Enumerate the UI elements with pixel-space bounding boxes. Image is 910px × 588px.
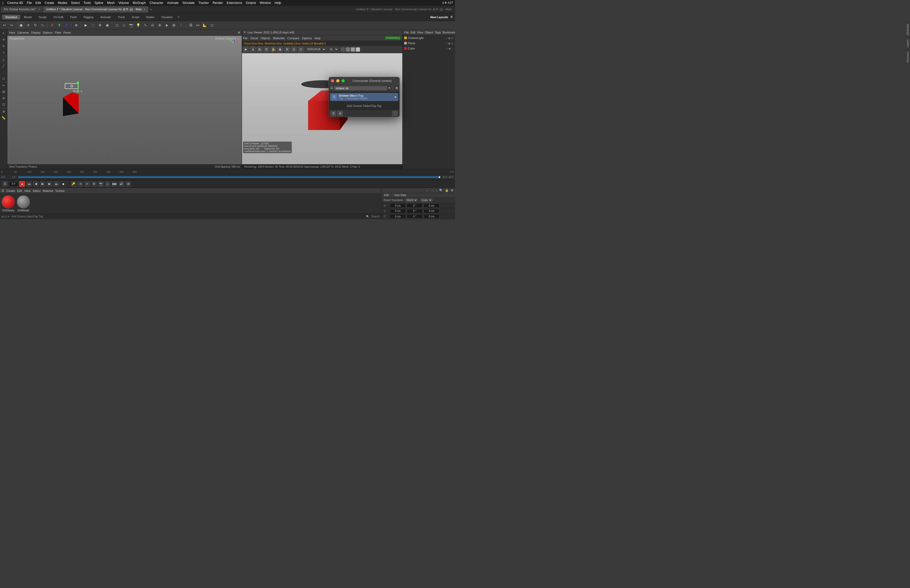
menu-simulate[interactable]: Simulate [182,1,195,5]
menu-volume[interactable]: Volume [118,1,129,5]
edit-tab[interactable]: Edit [381,193,391,197]
anim-autokey-btn[interactable]: 🔑 [71,181,76,187]
coords-settings-icon[interactable]: ⚙ [451,189,453,192]
sidebar-selection-icon[interactable]: ↖ [1,31,6,36]
commander-clear-icon[interactable]: ✕ [388,86,391,90]
layout-tab-rigging[interactable]: Rigging [81,15,97,19]
camera-button[interactable]: 📷 [128,22,134,28]
lv-objects-menu[interactable]: Objects [260,37,270,40]
layout-tab-animate[interactable]: Animate [97,15,114,19]
coords-nav-forward[interactable]: → [431,189,434,192]
lv-view-btn[interactable]: ⊞ [284,47,290,52]
anim-record-button[interactable]: ⏺ [60,181,66,187]
x-scale-input[interactable] [423,204,440,208]
menu-render[interactable]: Render [212,1,223,5]
timeline-playhead[interactable] [439,176,440,178]
object-button[interactable]: ◻ [114,22,120,28]
y-rot-input[interactable] [407,209,423,213]
mat-search-icon[interactable]: 🔍 [366,215,369,218]
commander-maximize-button[interactable] [341,79,345,82]
menu-animate[interactable]: Animate [167,1,178,5]
spline-button[interactable]: ∿ [142,22,149,28]
lv-file-menu[interactable]: File [243,37,248,40]
render-settings-button[interactable]: ⚙ [97,22,103,28]
commander-options-icon[interactable]: ⋮ [391,86,394,90]
axis-y-button[interactable]: Y [56,22,62,28]
layout-tab-visualize[interactable]: Visualize [158,15,176,19]
commander-search-input[interactable] [334,86,387,90]
lv-srgb-btn[interactable]: ◉ [277,47,283,52]
filter-menu[interactable]: Filter [55,31,61,34]
scale-select[interactable]: Scale [420,198,433,202]
layout-tab-sculpt[interactable]: Sculpt [36,15,50,19]
menu-tools[interactable]: Tools [84,1,91,5]
commander-expand-icon[interactable]: ⊞ [396,86,398,90]
sidebar-edge-icon[interactable]: ╱ [1,63,6,69]
anim-extra-btn[interactable]: ⊞ [125,181,131,187]
object-item-cube[interactable]: Cube ✓◉◻ [402,46,455,51]
lv-view2-btn[interactable]: ⊡ [298,47,304,52]
z-pos-input[interactable] [390,214,406,218]
scale-tool-button[interactable]: ⤡ [39,22,45,28]
tab-close-icon[interactable]: ✕ [144,8,145,11]
coords-search-icon[interactable]: 🔍 [439,189,443,192]
commander-drag-handle[interactable]: ⋮ [392,111,398,116]
lv-r-btn[interactable]: R [257,47,262,52]
menu-cinema4d[interactable]: Cinema 4D [7,1,23,5]
y-scale-input[interactable] [423,209,440,213]
sidebar-rotate-icon[interactable]: ↻ [1,43,6,49]
obj-file-menu[interactable]: File [404,31,409,34]
layout-tab-nodes[interactable]: Nodes [143,15,157,19]
mograph-button[interactable]: ⋮ [178,22,184,28]
swatch-4[interactable] [356,47,360,52]
object-item-plane[interactable]: Plane ✓◉◷ [402,40,455,46]
sidebar-scale-icon[interactable]: ⤡ [1,50,6,55]
user-data-tab[interactable]: User Data [391,193,409,197]
result-expand-icon[interactable]: ▼ [394,95,397,99]
effector-button[interactable]: ◈ [163,22,170,28]
field-button[interactable]: ⊞ [171,22,177,28]
generator-button[interactable]: ⊙ [149,22,156,28]
axis-z-button[interactable]: Z [63,22,70,28]
mat-select-menu[interactable]: Select [33,189,41,192]
menu-mesh[interactable]: Mesh [107,1,115,5]
sidebar-weld-icon[interactable]: ⊕ [1,95,6,101]
lv-materials-menu[interactable]: Materials [273,37,285,40]
mat-create-menu[interactable]: Create [6,189,15,192]
world-select[interactable]: World [405,198,418,202]
menu-tracker[interactable]: Tracker [198,1,209,5]
object-item-octanelight[interactable]: OctaneLight ✓◉◷ [402,35,455,40]
swatch-3[interactable] [351,47,355,52]
render-region-button[interactable]: ⬚ [90,22,96,28]
layout-tab-add-icon[interactable]: + [178,15,180,19]
sidebar-snap-icon[interactable]: ⊗ [1,109,6,115]
sidebar-extrude-icon[interactable]: ⊞ [1,89,6,95]
x-pos-input[interactable] [390,204,406,208]
sidebar-polygon-icon[interactable]: △ [1,57,6,62]
x-rot-input[interactable] [407,204,423,208]
world-coord-button[interactable]: ⊕ [73,22,79,28]
menu-modes[interactable]: Modes [58,1,68,5]
rotate-tool-button[interactable]: ↻ [32,22,39,28]
menu-edit[interactable]: Edit [36,1,41,5]
anim-settings-btn[interactable]: ⚙ [91,181,97,187]
move-tool-button[interactable]: ✛ [25,22,31,28]
view-menu[interactable]: View [9,31,15,34]
mat-texture-menu[interactable]: Texture [55,189,65,192]
material-item-octmetal1[interactable]: OctMetal1 [17,195,30,212]
menu-extensions[interactable]: Extensions [227,1,242,5]
sidebar-bridge-icon[interactable]: ⊡ [1,102,6,107]
layout-tab-uv-edit[interactable]: UV Edit [50,15,66,19]
lv-compare-menu[interactable]: Compare [287,37,299,40]
lv-options-menu[interactable]: Options [302,37,312,40]
sidebar-object-icon[interactable]: ◻ [1,76,6,81]
obj-bookmarks-menu[interactable]: Bookmarks [442,31,455,34]
sidebar-point-icon[interactable]: · [1,69,6,75]
commander-close-button[interactable] [331,79,334,82]
anim-sound-btn[interactable]: 🔊 [118,181,124,187]
cameras-menu[interactable]: Cameras [18,31,29,34]
obj-edit-menu[interactable]: Edit [411,31,415,34]
anim-menu-icon[interactable]: ☰ [2,181,8,187]
z-rot-input[interactable] [407,214,423,218]
coords-lock-icon[interactable]: 🔒 [445,189,449,192]
